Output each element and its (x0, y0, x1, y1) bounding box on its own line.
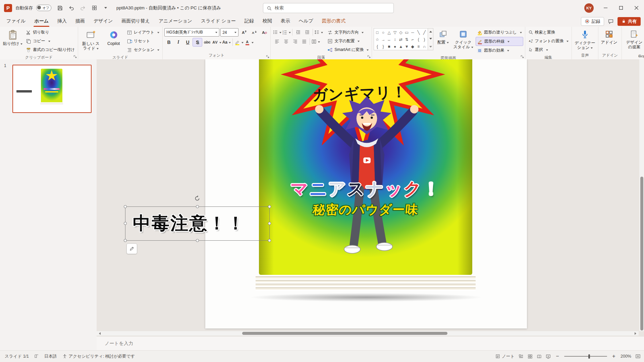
arrange-button[interactable]: 配置 (434, 28, 452, 45)
cut-button[interactable]: 切り取り (24, 28, 76, 37)
shape-icon[interactable]: ☆ (376, 37, 379, 42)
save-button[interactable] (57, 5, 63, 11)
format-painter-button[interactable]: 書式のコピー/貼り付け (24, 46, 76, 54)
shape-icon[interactable]: ▭ (405, 30, 409, 35)
autosave-toggle[interactable]: オフ (36, 5, 51, 11)
decrease-indent-button[interactable] (293, 28, 303, 36)
tab-11[interactable]: ヘルプ (294, 16, 318, 27)
vertical-scrollbar-thumb[interactable] (640, 177, 643, 330)
scroll-left-icon[interactable] (98, 332, 101, 335)
shape-icon[interactable]: ↔ (387, 37, 391, 42)
slide-page[interactable]: ガンギマリ！ (205, 59, 527, 328)
zoom-slider-thumb[interactable] (588, 354, 590, 359)
horizontal-scrollbar[interactable] (97, 331, 639, 336)
tab-4[interactable]: デザイン (89, 16, 117, 27)
scroll-down-icon[interactable] (429, 38, 432, 41)
tab-7[interactable]: スライド ショー (197, 16, 240, 27)
slide-editing-canvas[interactable]: ガンギマリ！ (97, 59, 644, 337)
justify-button[interactable] (300, 38, 309, 46)
new-slide-button[interactable]: 新しい スライド (80, 28, 102, 51)
quick-styles-button[interactable]: クイック スタイル (453, 28, 474, 50)
copy-button[interactable]: コピー (24, 37, 76, 45)
shape-icon[interactable]: □ (376, 30, 378, 35)
shape-icon[interactable]: ⇄ (399, 37, 402, 42)
shape-icon[interactable]: ◆ (411, 44, 414, 49)
reset-button[interactable]: リセット (125, 37, 161, 45)
shape-icon[interactable]: △ (387, 30, 390, 35)
gallery-more-icon[interactable] (429, 46, 432, 49)
align-center-button[interactable] (281, 38, 290, 46)
line-spacing-button[interactable] (314, 28, 323, 36)
font-color-button[interactable]: A (244, 38, 254, 46)
undo-button[interactable] (68, 5, 75, 11)
tab-1[interactable]: ホーム (30, 16, 53, 27)
font-name-combo[interactable]: HGS創英角ｺﾞｼｯｸUB (164, 28, 219, 37)
find-replace-button[interactable]: 検索と置換 (527, 28, 570, 37)
customize-qat-button[interactable] (102, 5, 109, 11)
highlight-color-button[interactable] (234, 38, 244, 46)
zoom-level[interactable]: 200% (621, 354, 631, 359)
shape-icon[interactable]: → (381, 37, 385, 42)
shape-icon[interactable]: { (377, 44, 378, 49)
slide-thumbnail[interactable] (12, 65, 92, 113)
resize-handle-ne[interactable] (268, 205, 271, 208)
increase-font-button[interactable]: A (239, 28, 249, 37)
notes-pane[interactable]: ノートを入力 (97, 336, 644, 351)
dictation-button[interactable]: ディクテーション (574, 28, 596, 50)
snack-bag-artwork[interactable]: ガンギマリ！ (259, 59, 472, 275)
align-text-button[interactable]: 文字の配置 (326, 37, 370, 45)
addins-button[interactable]: アドイン (600, 28, 618, 45)
tab-0[interactable]: ファイル (2, 16, 30, 27)
minimize-button[interactable] (598, 0, 613, 16)
tab-5[interactable]: 画面切り替え (117, 16, 154, 27)
shape-icon[interactable]: ▲ (399, 44, 403, 49)
tab-3[interactable]: 描画 (71, 16, 89, 27)
shape-outline-button[interactable]: 図形の枠線 (476, 37, 523, 46)
bold-button[interactable]: B (164, 38, 173, 46)
shape-icon[interactable]: ( (418, 37, 419, 42)
change-case-button[interactable]: Aa (222, 38, 231, 46)
edit-pen-button[interactable] (126, 243, 137, 254)
resize-handle-w[interactable] (124, 222, 127, 225)
shape-icon[interactable]: ⌐ (412, 37, 414, 42)
copilot-slides-button[interactable]: Copilot (103, 28, 125, 46)
scroll-right-icon[interactable] (635, 332, 638, 335)
shape-icon[interactable]: ─ (411, 30, 414, 35)
dialog-launcher-icon[interactable] (367, 55, 371, 58)
paste-button[interactable]: 貼り付け (2, 28, 24, 46)
dialog-launcher-icon[interactable] (521, 55, 524, 58)
textbox-text[interactable]: 中毒注意！！ (133, 207, 246, 240)
slide-indicator[interactable]: スライド 1/1 (5, 354, 29, 359)
clear-formatting-button[interactable]: A (260, 28, 269, 37)
resize-handle-n[interactable] (196, 205, 199, 208)
shape-icon[interactable]: ) (424, 37, 425, 42)
zoom-slider[interactable] (564, 356, 607, 357)
selected-textbox[interactable]: 中毒注意！！ (125, 206, 270, 241)
accessibility-checker[interactable]: アクセシビリティ: 検討が必要です (62, 354, 135, 359)
align-left-button[interactable] (272, 38, 281, 46)
resize-handle-se[interactable] (268, 239, 271, 242)
user-avatar[interactable]: KY (584, 3, 594, 13)
shape-icon[interactable]: ↕ (394, 37, 396, 42)
share-button[interactable]: 共有 (618, 17, 641, 26)
zoom-in-button[interactable]: + (611, 353, 616, 359)
collapse-ribbon-button[interactable] (638, 55, 642, 58)
dialog-launcher-icon[interactable] (73, 55, 77, 58)
resize-handle-s[interactable] (196, 239, 199, 242)
redo-button[interactable] (79, 5, 86, 11)
text-direction-button[interactable]: 文字列の方向 (326, 28, 370, 37)
section-button[interactable]: セクション (125, 46, 161, 54)
resize-handle-nw[interactable] (124, 205, 127, 208)
reading-view-button[interactable] (537, 354, 542, 359)
touch-mode-button[interactable] (91, 5, 98, 11)
comments-button[interactable] (607, 18, 614, 25)
shape-gallery-scrollbar[interactable] (428, 28, 433, 50)
strikethrough-button[interactable]: abc (203, 38, 212, 46)
replace-font-button[interactable]: A フォントの置換 (527, 37, 570, 45)
search-box[interactable]: 検索 (263, 3, 394, 13)
tab-10[interactable]: 表示 (276, 16, 294, 27)
horizontal-scrollbar-thumb[interactable] (242, 332, 447, 335)
spellcheck-button[interactable] (34, 354, 39, 359)
language-indicator[interactable]: 日本語 (44, 354, 57, 359)
resize-handle-sw[interactable] (124, 239, 127, 242)
